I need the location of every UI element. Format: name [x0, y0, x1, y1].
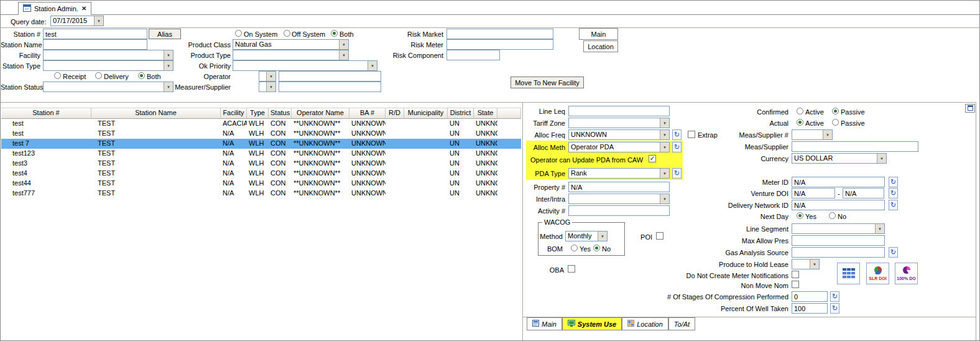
query-date-select[interactable]: 07/17/2015 ▼	[50, 16, 104, 26]
confirmed-passive-radio[interactable]	[832, 108, 839, 114]
meas-supplier-number-select[interactable]: ▼	[792, 129, 833, 140]
system-both-radio[interactable]	[331, 30, 338, 37]
product-class-select[interactable]: Natural Gas ▼	[233, 39, 349, 50]
delivery-network-id-refresh-button[interactable]: ↻	[889, 200, 898, 210]
column-header[interactable]: District	[448, 108, 474, 119]
column-header[interactable]: R/D	[386, 108, 404, 119]
stages-of-compression-refresh-button[interactable]: ↻	[830, 291, 839, 302]
table-cell: **UNKNOWN**	[292, 139, 349, 149]
operator-input[interactable]	[279, 71, 381, 82]
risk-market-input[interactable]	[446, 29, 553, 39]
delivery-network-id-input[interactable]	[792, 200, 885, 210]
percent-of-well-taken-refresh-button[interactable]: ↻	[830, 303, 839, 314]
gas-analysis-source-input[interactable]	[792, 247, 885, 258]
actual-active-radio[interactable]	[797, 119, 803, 126]
oba-checkbox[interactable]	[568, 265, 575, 273]
chevron-down-icon: ▼	[877, 154, 886, 163]
next-day-yes-radio[interactable]	[797, 212, 803, 219]
on-system-radio[interactable]	[235, 30, 242, 37]
tab-system-use[interactable]: System Use	[562, 317, 622, 330]
table-row[interactable]: testTESTN/AWLHCON**UNKNOWN**UNKNOWNUNUNK…	[1, 129, 521, 139]
table-cell	[404, 179, 448, 189]
product-type-select[interactable]: ▼	[233, 50, 349, 60]
station-number-input[interactable]	[43, 29, 147, 39]
grid-view-button[interactable]	[837, 263, 860, 284]
operator-select[interactable]: ▼	[259, 71, 276, 82]
table-cell: ACACIA	[221, 119, 247, 129]
actual-passive-radio[interactable]	[832, 119, 839, 126]
gas-analysis-source-refresh-button[interactable]: ↻	[889, 247, 898, 258]
next-day-no-radio[interactable]	[829, 212, 836, 219]
pda-type-select[interactable]: Rank ▼	[568, 168, 670, 179]
table-cell: **UNKNOWN**	[292, 169, 349, 179]
risk-component-input[interactable]	[446, 50, 500, 60]
column-header[interactable]: BA #	[349, 108, 386, 119]
column-header[interactable]: Facility	[221, 108, 247, 119]
tab-location[interactable]: Location	[622, 317, 668, 330]
receipt-radio[interactable]	[54, 72, 61, 79]
slr-doi-button[interactable]: SLR DOI	[866, 263, 889, 284]
confirmed-active-radio[interactable]	[797, 108, 803, 114]
delivery-radio[interactable]	[95, 72, 102, 79]
bom-no-label: No	[602, 245, 611, 253]
bom-no-radio[interactable]	[593, 245, 600, 251]
line-segment-select[interactable]: ▼	[792, 223, 885, 234]
wacog-method-select[interactable]: Monthly ▼	[565, 231, 608, 241]
table-row[interactable]: testTESTACACIAWLHCON**UNKNOWN**UNKNOWNUN…	[1, 119, 521, 129]
table-row[interactable]: test44TESTN/AWLHCON**UNKNOWN**UNKNOWNUNU…	[1, 179, 521, 189]
pda-type-refresh-button[interactable]: ↻	[672, 168, 682, 179]
table-cell: TEST	[91, 169, 221, 179]
station-type-select[interactable]: ▼	[43, 60, 173, 71]
risk-meter-input[interactable]	[446, 39, 553, 50]
table-cell: UN	[448, 149, 474, 159]
detach-panel-button[interactable]	[965, 104, 975, 113]
measurer-supplier-select[interactable]: ▼	[259, 82, 276, 92]
column-header[interactable]: Status	[269, 108, 292, 119]
alias-button[interactable]: Alias	[149, 29, 181, 39]
off-system-radio[interactable]	[284, 30, 290, 37]
station-name-input[interactable]	[43, 39, 147, 50]
currency-select[interactable]: US DOLLAR ▼	[792, 153, 887, 164]
produce-to-hold-lease-select[interactable]: ▼	[792, 259, 820, 269]
stages-of-compression-input[interactable]	[792, 291, 828, 302]
meter-id-refresh-button[interactable]: ↻	[889, 177, 898, 187]
column-header[interactable]: Station #	[1, 108, 91, 119]
column-header[interactable]: Station Name	[91, 108, 221, 119]
meter-id-input[interactable]	[792, 177, 885, 187]
table-row[interactable]: test 7TESTN/AWLHCON**UNKNOWN**UNKNOWNUNU…	[1, 139, 521, 149]
measurer-supplier-input[interactable]	[279, 82, 381, 92]
table-row[interactable]: test123TESTN/AWLHCON**UNKNOWN**UNKNOWNUN…	[1, 149, 521, 159]
table-cell	[386, 149, 404, 159]
ok-priority-select[interactable]: ▼	[233, 60, 377, 71]
close-icon[interactable]: ✕	[81, 6, 86, 12]
chevron-down-icon: ▼	[339, 40, 348, 49]
main-nav-button[interactable]: Main	[579, 28, 618, 40]
do-not-create-meter-notifications-checkbox[interactable]	[792, 271, 799, 278]
table-row[interactable]: test777TESTN/AWLHCON**UNKNOWN**UNKNOWNUN…	[1, 189, 521, 199]
column-header[interactable]: Municipality	[404, 108, 448, 119]
meas-supplier-number-label: Meas/Supplier #	[639, 131, 788, 139]
non-move-nom-checkbox[interactable]	[792, 281, 799, 288]
location-nav-button[interactable]: Location	[583, 40, 618, 52]
percent-of-well-taken-input[interactable]	[792, 303, 828, 314]
percent-do-button[interactable]: 100% DO	[895, 263, 918, 284]
table-cell: UN	[448, 139, 474, 149]
column-header[interactable]: Operator Name	[292, 108, 349, 119]
tab-to-at[interactable]: To/At	[668, 317, 695, 330]
tab-main[interactable]: Main	[527, 317, 562, 330]
table-cell: UNKNOWN	[349, 169, 386, 179]
venture-doi-input[interactable]	[792, 188, 835, 199]
move-to-new-facility-button[interactable]: Move To New Facility	[511, 77, 584, 88]
tab-station-admin[interactable]: Station Admin. ✕	[18, 2, 91, 15]
station-status-select[interactable]: ▼	[43, 82, 173, 92]
facility-select[interactable]: ▼	[43, 50, 173, 60]
rd-both-radio[interactable]	[138, 72, 145, 79]
meas-supplier-input[interactable]	[792, 141, 918, 152]
venture-doi-refresh-button[interactable]: ↻	[889, 188, 898, 199]
table-row[interactable]: test4TESTN/AWLHCON**UNKNOWN**UNKNOWNUNUN…	[1, 169, 521, 179]
max-allow-pres-input[interactable]	[792, 235, 885, 246]
column-header[interactable]: Type	[247, 108, 269, 119]
table-row[interactable]: test3TESTN/AWLHCON**UNKNOWN**UNKNOWNUNUN…	[1, 159, 521, 169]
venture-doi-input-2[interactable]	[843, 188, 884, 199]
bom-yes-radio[interactable]	[571, 245, 578, 251]
